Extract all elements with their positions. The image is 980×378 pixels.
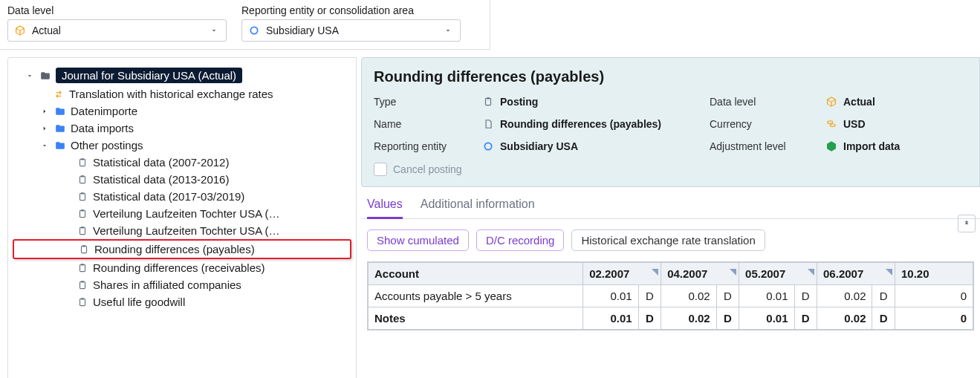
meta-type-label: Type <box>374 96 478 108</box>
table-row[interactable]: Accounts payable > 5 years 0.01 D 0.02 D… <box>369 285 973 307</box>
meta-adj-label: Adjustment level <box>710 140 821 152</box>
circle-icon <box>248 25 260 36</box>
chevron-down-icon <box>208 25 220 36</box>
cell-value: 0.02 <box>817 285 872 307</box>
svg-rect-12 <box>82 245 85 247</box>
meta-name-value: Rounding differences (payables) <box>500 118 661 130</box>
svg-rect-20 <box>487 97 490 99</box>
chevron-right-icon <box>39 125 50 132</box>
data-level-select[interactable]: Actual <box>7 19 227 42</box>
show-cumulated-button[interactable]: Show cumulated <box>367 229 469 251</box>
cell-dc: D <box>638 307 661 330</box>
data-level-value: Actual <box>32 25 61 36</box>
col-account[interactable]: Account <box>369 263 583 285</box>
filter-corner-icon[interactable] <box>886 265 892 272</box>
chevron-right-icon <box>39 108 50 115</box>
tree-item-label: Datenimporte <box>71 105 137 117</box>
meta-datalevel-value: Actual <box>843 96 875 108</box>
document-icon <box>482 118 494 130</box>
filter-data-level: Data level Actual <box>7 4 227 42</box>
cell-value: 0.01 <box>583 285 638 307</box>
clipboard-icon <box>77 191 88 203</box>
tree-item-translation[interactable]: Translation with historical exchange rat… <box>13 85 351 102</box>
svg-rect-5 <box>80 193 85 200</box>
tree-leaf-label: Useful life goodwill <box>93 296 185 308</box>
clipboard-icon <box>77 296 88 308</box>
tree-leaf[interactable]: Verteilung Laufzeiten Tochter USA (… <box>13 205 351 222</box>
clipboard-icon <box>78 244 90 255</box>
historical-translation-button[interactable]: Historical exchange rate translation <box>571 229 765 251</box>
folder-icon <box>54 140 66 151</box>
cube-icon <box>825 96 837 108</box>
tree-leaf[interactable]: Statistical data (2013-2016) <box>13 171 351 188</box>
svg-rect-2 <box>81 158 84 160</box>
tree-root[interactable]: Journal for Subsidiary USA (Actual) <box>13 65 351 85</box>
checkbox-icon[interactable] <box>374 163 387 176</box>
meta-entity-label: Reporting entity <box>374 140 478 152</box>
cube-green-icon <box>825 140 837 152</box>
filter-corner-icon[interactable] <box>808 265 814 272</box>
entity-value: Subsidiary USA <box>266 25 339 36</box>
svg-rect-7 <box>80 210 85 217</box>
cell-value: 0.02 <box>817 307 872 330</box>
cell-account: Accounts payable > 5 years <box>369 285 583 307</box>
tree-item-data-imports[interactable]: Data imports <box>13 120 351 137</box>
filter-entity: Reporting entity or consolidation area S… <box>241 4 461 42</box>
svg-rect-15 <box>80 281 85 288</box>
tree-leaf[interactable]: Verteilung Laufzeiten Tochter USA (… <box>13 222 351 239</box>
posting-header: Rounding differences (payables) Type Pos… <box>361 57 980 187</box>
action-buttons: Show cumulated D/C recording Historical … <box>361 219 980 261</box>
svg-point-21 <box>828 121 833 124</box>
meta-currency-value: USD <box>843 118 866 130</box>
tree-item-other-postings[interactable]: Other postings <box>13 137 351 154</box>
cell-dc: D <box>794 307 817 330</box>
entity-select[interactable]: Subsidiary USA <box>241 19 461 42</box>
dc-recording-button[interactable]: D/C recording <box>476 229 565 251</box>
detail-panel: Rounding differences (payables) Type Pos… <box>361 57 980 378</box>
cell-account: Notes <box>369 307 583 330</box>
col-period[interactable]: 06.2007 <box>817 263 895 285</box>
tree-leaf[interactable]: Rounding differences (receivables) <box>13 259 351 276</box>
cell-value: 0 <box>895 285 973 307</box>
col-period[interactable]: 04.2007 <box>661 263 739 285</box>
tree-leaf[interactable]: Statistical data (2017-03/2019) <box>13 188 351 205</box>
svg-point-0 <box>250 27 257 33</box>
svg-rect-17 <box>80 299 85 305</box>
cell-dc: D <box>872 285 895 307</box>
tree-leaf[interactable]: Statistical data (2007-2012) <box>13 154 351 171</box>
cell-value: 0 <box>895 307 973 330</box>
tree-leaf-label: Statistical data (2017-03/2019) <box>93 190 244 203</box>
tree-leaf-selected[interactable]: Rounding differences (payables) <box>13 239 351 259</box>
svg-rect-3 <box>80 176 85 183</box>
filter-corner-icon[interactable] <box>730 265 736 272</box>
posting-title: Rounding differences (payables) <box>374 68 967 85</box>
folder-icon <box>39 70 51 82</box>
tree-item-datenimporte[interactable]: Datenimporte <box>13 102 351 120</box>
tab-bar: Values Additional information <box>361 187 980 219</box>
cancel-posting-label: Cancel posting <box>393 163 462 175</box>
tree-leaf[interactable]: Shares in affiliated companies <box>13 276 351 293</box>
col-period[interactable]: 02.2007 <box>583 263 661 285</box>
tree-root-label: Journal for Subsidiary USA (Actual) <box>56 68 242 83</box>
tab-values[interactable]: Values <box>367 198 403 219</box>
clipboard-icon <box>77 262 88 274</box>
col-period[interactable]: 05.2007 <box>739 263 817 285</box>
col-period[interactable]: 10.20 <box>895 263 973 285</box>
svg-rect-1 <box>80 159 85 166</box>
filter-corner-icon[interactable] <box>652 265 658 272</box>
tree-item-label: Translation with historical exchange rat… <box>69 88 273 100</box>
cancel-posting-row[interactable]: Cancel posting <box>374 163 967 176</box>
svg-rect-11 <box>82 246 87 252</box>
tree-leaf[interactable]: Useful life goodwill <box>13 293 351 310</box>
tree-panel: Journal for Subsidiary USA (Actual) Tran… <box>7 57 357 378</box>
cell-value: 0.02 <box>661 285 716 307</box>
chevron-down-icon <box>39 142 50 149</box>
cube-icon <box>14 25 26 36</box>
tree-leaf-label: Rounding differences (receivables) <box>93 261 265 274</box>
svg-rect-4 <box>81 175 84 177</box>
svg-rect-16 <box>81 281 84 282</box>
chevron-down-icon <box>442 25 454 36</box>
meta-currency-label: Currency <box>710 118 821 130</box>
table-totals-row[interactable]: Notes 0.01 D 0.02 D 0.01 D 0.02 D 0 <box>369 307 973 330</box>
tab-additional-info[interactable]: Additional information <box>421 198 535 218</box>
